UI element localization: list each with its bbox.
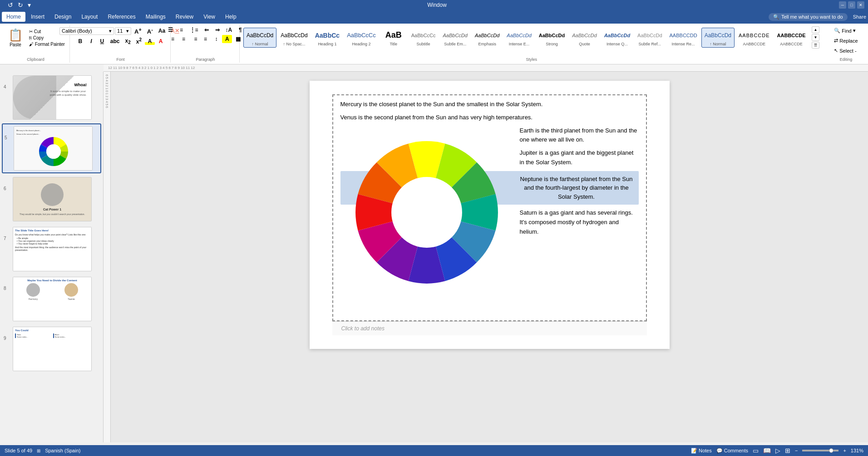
menu-review[interactable]: Review	[171, 12, 198, 22]
undo-button[interactable]: ↺	[6, 1, 15, 9]
style-strong[interactable]: AaBbCcDd Strong	[536, 28, 568, 48]
menu-insert[interactable]: Insert	[26, 12, 49, 22]
slide-thumb-7[interactable]: 7 The Slide Title Goes Here! Do you know…	[2, 225, 101, 273]
slide-num-5: 5	[5, 135, 11, 140]
text-highlight-button[interactable]: A	[145, 38, 155, 45]
slide-thumb-5[interactable]: 5 Mercury is the closest planet... Venus…	[2, 123, 101, 173]
close-button[interactable]: ✕	[857, 1, 864, 9]
style-h1[interactable]: AaBbCc Heading 1	[312, 28, 343, 48]
style-caps2[interactable]: AABBCCDE AABBCCDE	[774, 28, 809, 48]
copy-button[interactable]: ⎘ Copy	[27, 35, 67, 41]
align-center-button[interactable]: ≡	[178, 35, 188, 43]
maximize-button[interactable]: □	[848, 1, 855, 9]
slide5-wheel-svg: Mercury is the closest planet... Venus i…	[14, 127, 93, 171]
find-button[interactable]: 🔍 Find ▾	[831, 26, 858, 35]
normal-view-button[interactable]: ▭	[753, 447, 759, 454]
format-painter-button[interactable]: 🖌 Format Painter	[27, 41, 67, 47]
slide7-footer: And the most important thing: the audien…	[15, 246, 89, 251]
style-emphasis[interactable]: AaBbCcDd Emphasis	[472, 28, 503, 48]
align-right-button[interactable]: ≡	[189, 35, 199, 43]
numbering-button[interactable]: ≡	[177, 26, 187, 34]
reading-view-button[interactable]: 📖	[763, 447, 771, 454]
zoom-in-button[interactable]: +	[843, 448, 846, 453]
slide-show-button[interactable]: ▷	[775, 447, 780, 454]
menu-home[interactable]: Home	[2, 12, 25, 22]
style-subtle-ref[interactable]: AaBbCcDd Subtle Ref...	[634, 28, 665, 48]
shading-button[interactable]: A	[222, 35, 232, 43]
style-no-spacing[interactable]: AaBbCcDd ↑ No Spac...	[277, 28, 311, 48]
bullets-button[interactable]: ☰	[166, 26, 176, 34]
slide-thumb-4[interactable]: 4 Whoa! It sure is simple to make your p…	[2, 74, 101, 122]
style-subtitle-label: Subtitle	[417, 42, 430, 46]
font-size-box[interactable]: 11 ▾	[115, 27, 131, 35]
zoom-out-button[interactable]: −	[795, 448, 798, 453]
styles-scroll-down[interactable]: ▼	[812, 34, 820, 41]
shrink-font-button[interactable]: A-	[145, 26, 155, 35]
sort-button[interactable]: ↕A	[223, 26, 235, 34]
menu-view[interactable]: View	[199, 12, 220, 22]
menu-design[interactable]: Design	[50, 12, 76, 22]
chevron-down-icon: ▾	[109, 28, 112, 34]
scissors-icon: ✂	[29, 29, 33, 34]
style-intense-e-preview: AaBbCcDd	[507, 29, 531, 42]
minimize-button[interactable]: ─	[839, 1, 846, 9]
customize-qat-button[interactable]: ▾	[26, 1, 32, 9]
comments-button[interactable]: 💬 Comments	[716, 448, 748, 454]
style-subtitle[interactable]: AaBbCcCc Subtitle	[408, 28, 439, 48]
slide-num-7: 7	[4, 236, 10, 241]
replace-button[interactable]: ⇄ Replace	[831, 36, 860, 45]
vertical-ruler: 6 5 4 3 2 1 0 1 2 3 4 5 6	[104, 72, 111, 442]
style-normal-highlighted[interactable]: AaBbCcDd ↑ Normal	[701, 28, 735, 48]
grow-font-button[interactable]: A+	[132, 26, 144, 35]
line-spacing-button[interactable]: ↕	[211, 35, 221, 43]
strikethrough-button[interactable]: abc	[108, 38, 122, 45]
style-intense-re[interactable]: AaBbCcDd Intense Re...	[666, 28, 700, 48]
tell-me-box[interactable]: 🔍 Tell me what you want to do	[769, 13, 848, 21]
style-intense-e[interactable]: AaBbCcDd Intense E...	[503, 28, 534, 48]
document-area[interactable]: Mercury is the closest planet to the Sun…	[111, 72, 868, 442]
paste-button[interactable]: 📋 Paste	[5, 26, 26, 49]
slide9-content: StarsSome notes... MoonSome notes...	[15, 333, 89, 338]
zoom-fit-button[interactable]: ⊞	[785, 447, 790, 454]
menu-layout[interactable]: Layout	[77, 12, 102, 22]
style-no-spacing-label: ↑ No Spac...	[283, 42, 305, 46]
menu-references[interactable]: References	[103, 12, 140, 22]
justify-button[interactable]: ≡	[200, 35, 210, 43]
decrease-indent-button[interactable]: ⇐	[202, 26, 212, 34]
style-subtle-em[interactable]: AaBbCcDd Subtle Em...	[440, 28, 471, 48]
increase-indent-button[interactable]: ⇒	[212, 26, 222, 34]
font-family-selector[interactable]: Calibri (Body) ▾	[59, 27, 114, 35]
style-intense-q[interactable]: AaBbCcDd Intense Q...	[601, 28, 633, 48]
style-subtle-ref-label: Subtle Ref...	[639, 42, 661, 46]
menu-help[interactable]: Help	[221, 12, 241, 22]
style-subtitle-preview: AaBbCcCc	[411, 29, 436, 42]
subscript-button[interactable]: x2	[123, 37, 133, 45]
font-color-button[interactable]: A	[156, 38, 166, 45]
multilevel-list-button[interactable]: ⋮≡	[187, 26, 201, 34]
menu-mailings[interactable]: Mailings	[141, 12, 170, 22]
style-quote[interactable]: AaBbCcDd Quote	[569, 28, 600, 48]
share-button[interactable]: Share	[853, 14, 866, 20]
align-left-button[interactable]: ≡	[168, 35, 178, 43]
styles-scroll-up[interactable]: ▲	[812, 26, 820, 33]
style-caps1[interactable]: AABBCCDE AABBCCDE	[735, 28, 773, 48]
styles-more-button[interactable]: ☰	[812, 42, 820, 49]
underline-button[interactable]: U	[97, 38, 107, 45]
select-button[interactable]: ↖ Select -	[831, 46, 859, 55]
document-page: Mercury is the closest planet to the Sun…	[310, 81, 670, 349]
slide-thumb-6[interactable]: 6 Cat Power 1 They would be simple, but …	[2, 175, 101, 223]
notes-button[interactable]: 📝 Notes	[691, 448, 712, 454]
redo-button[interactable]: ↻	[16, 1, 25, 9]
style-emphasis-preview: AaBbCcDd	[475, 29, 499, 42]
bold-button[interactable]: B	[75, 38, 85, 45]
slide-thumb-9[interactable]: 9 You Could StarsSome notes... MoonSome …	[2, 325, 101, 373]
notes-bar[interactable]: Click to add notes	[332, 321, 647, 335]
italic-button[interactable]: I	[86, 38, 96, 45]
slide-preview-6: Cat Power 1 They would be simple, but yo…	[13, 177, 92, 221]
style-h2[interactable]: AaBbCcCc Heading 2	[344, 28, 379, 48]
zoom-slider[interactable]	[802, 450, 838, 451]
style-title[interactable]: AaB Title	[380, 28, 407, 48]
style-normal[interactable]: AaBbCcDd ↑ Normal	[243, 28, 276, 48]
slide-thumb-8[interactable]: 8 Maybe You Need to Divide the Content H…	[2, 275, 101, 323]
superscript-button[interactable]: x2	[134, 37, 144, 45]
